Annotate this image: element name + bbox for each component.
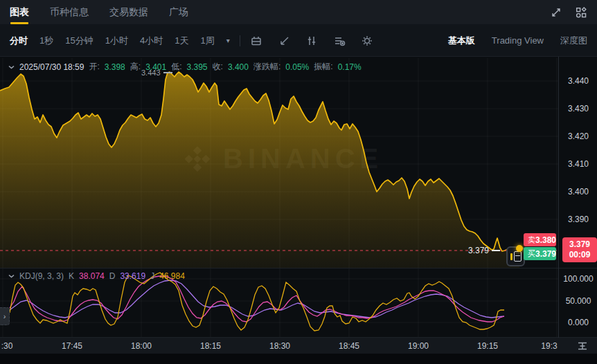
kdj-k-value: 38.074 bbox=[79, 271, 105, 281]
tab-trading-data-label: 交易数据 bbox=[109, 6, 148, 19]
chart-style-icon[interactable] bbox=[250, 35, 262, 47]
ohlc-datetime: 2025/07/30 18:59 bbox=[19, 62, 84, 72]
toolbar-icons bbox=[250, 35, 373, 47]
binance-watermark: BINANCE bbox=[181, 143, 383, 174]
indicators-icon[interactable] bbox=[305, 35, 318, 47]
open-value: 3.398 bbox=[105, 62, 125, 72]
axis-badge-price: 3.379 bbox=[569, 239, 590, 250]
buy-label: 买 bbox=[528, 248, 535, 259]
settings-gear-icon[interactable] bbox=[361, 35, 373, 47]
buy-quote-badge[interactable]: 买 3.379 bbox=[524, 247, 556, 260]
time-tick: 19:15 bbox=[477, 341, 498, 351]
last-trade-dot bbox=[516, 245, 523, 252]
time-tick: 18:30 bbox=[269, 341, 290, 351]
interval-dropdown-caret[interactable]: ▾ bbox=[226, 37, 230, 44]
order-icon-doc bbox=[514, 251, 522, 262]
kdj-d-label: D bbox=[109, 271, 116, 281]
open-label: 开: bbox=[89, 61, 99, 73]
trading-chart-app: 图表 币种信息 交易数据 广场 分时 1秒 15分钟 1小时 4小时 1天 1周… bbox=[0, 0, 597, 364]
amplitude-value: 0.17% bbox=[338, 62, 362, 72]
last-price-line-value: 3.379 bbox=[468, 246, 489, 255]
chart-toolbar: 分时 1秒 15分钟 1小时 4小时 1天 1周 ▾ 基本版 bbox=[0, 25, 597, 57]
price-axis[interactable]: 3.4403.4303.4203.4103.4003.390100.00050.… bbox=[558, 57, 597, 354]
price-line bbox=[0, 72, 519, 251]
watermark-text: BINANCE bbox=[223, 143, 383, 174]
tab-square-label: 广场 bbox=[169, 6, 188, 19]
bottom-strip bbox=[0, 354, 597, 364]
tab-chart[interactable]: 图表 bbox=[10, 0, 29, 24]
ohlc-readout: 2025/07/30 18:59 开: 3.398 高: 3.401 低: 3.… bbox=[8, 61, 362, 73]
change-label: 涨跌幅: bbox=[253, 61, 280, 73]
axis-tick: 3.440 bbox=[559, 76, 597, 86]
tab-chart-label: 图表 bbox=[10, 6, 29, 19]
sell-price: 3.380 bbox=[535, 235, 556, 245]
interval-1w[interactable]: 1周 bbox=[200, 35, 214, 47]
kdj-readout: KDJ(9, 3, 3) K 38.074 D 33.619 J 46.984 bbox=[8, 271, 185, 281]
change-value: 0.05% bbox=[285, 62, 309, 72]
high-value: 3.401 bbox=[145, 62, 166, 72]
close-value: 3.400 bbox=[228, 62, 249, 72]
view-tradingview[interactable]: Trading View bbox=[492, 35, 544, 46]
top-nav: 图表 币种信息 交易数据 广场 bbox=[0, 0, 597, 25]
interval-4h[interactable]: 4小时 bbox=[140, 35, 163, 47]
axis-tick: 3.420 bbox=[559, 131, 597, 141]
time-tick: 17:45 bbox=[62, 341, 82, 351]
tab-trading-data[interactable]: 交易数据 bbox=[109, 0, 148, 24]
time-tick-labels: :3017:4518:0018:1518:3018:4519:0019:1519… bbox=[0, 338, 558, 354]
time-axis[interactable]: :3017:4518:0018:1518:3018:4519:0019:1519… bbox=[0, 338, 597, 354]
kdj-title[interactable]: KDJ(9, 3, 3) bbox=[19, 271, 64, 281]
kdj-j-value: 46.984 bbox=[159, 271, 185, 281]
high-label: 高: bbox=[130, 61, 141, 73]
pane-separator[interactable] bbox=[0, 268, 597, 269]
binance-logo-icon bbox=[181, 143, 213, 174]
tab-coin-info-label: 币种信息 bbox=[50, 6, 89, 19]
scale-settings-icon[interactable] bbox=[576, 340, 589, 355]
collapse-chevron-icon[interactable] bbox=[8, 65, 15, 69]
axis-tick: 50.000 bbox=[559, 296, 597, 306]
interval-time[interactable]: 分时 bbox=[10, 35, 28, 47]
time-tick: :30 bbox=[1, 341, 13, 351]
axis-tick: 0.000 bbox=[559, 318, 597, 327]
gridlines bbox=[0, 58, 558, 337]
kdj-j-line bbox=[10, 273, 504, 331]
kdj-k-line bbox=[10, 276, 504, 322]
toolbar-divider bbox=[240, 35, 240, 46]
axis-tick: 3.430 bbox=[559, 104, 597, 113]
amplitude-label: 振幅: bbox=[314, 61, 332, 73]
axis-tick: 3.410 bbox=[559, 159, 597, 169]
buy-price: 3.379 bbox=[535, 249, 556, 259]
kdj-d-line bbox=[10, 280, 504, 318]
draw-trendline-icon[interactable] bbox=[278, 35, 290, 47]
interval-1s[interactable]: 1秒 bbox=[39, 35, 53, 47]
kdj-collapse-chevron-icon[interactable] bbox=[8, 274, 15, 278]
time-tick: 18:15 bbox=[200, 341, 221, 351]
kdj-j-label: J bbox=[150, 271, 154, 281]
interval-1h[interactable]: 1小时 bbox=[105, 35, 128, 47]
last-price-line-label: 3.379 bbox=[468, 246, 500, 255]
axis-tick: 3.400 bbox=[559, 187, 597, 197]
tab-square[interactable]: 广场 bbox=[169, 0, 188, 24]
low-label: 低: bbox=[171, 61, 181, 73]
sell-quote-badge[interactable]: 卖 3.380 bbox=[524, 233, 556, 246]
price-area-fill bbox=[0, 72, 519, 269]
low-value: 3.395 bbox=[187, 62, 208, 72]
sell-label: 卖 bbox=[528, 235, 535, 245]
order-icon-bar bbox=[510, 253, 513, 260]
interval-15m[interactable]: 15分钟 bbox=[65, 35, 93, 47]
view-basic[interactable]: 基本版 bbox=[448, 35, 475, 47]
kdj-expand-handle[interactable]: › bbox=[0, 307, 10, 325]
last-price-axis-badge: 3.379 00:09 bbox=[562, 237, 597, 262]
axis-tick: 3.390 bbox=[559, 215, 597, 224]
tab-coin-info[interactable]: 币种信息 bbox=[50, 0, 89, 24]
kdj-d-value: 33.619 bbox=[120, 271, 145, 281]
kdj-k-label: K bbox=[69, 271, 74, 281]
close-label: 收: bbox=[213, 61, 223, 73]
time-tick: 18:45 bbox=[339, 341, 359, 351]
time-tick: 19:00 bbox=[408, 341, 429, 351]
axis-badge-countdown: 00:09 bbox=[569, 250, 591, 260]
indicator-list-icon[interactable] bbox=[333, 35, 346, 47]
time-tick: 19:3 bbox=[541, 341, 557, 351]
axis-tick: 100.000 bbox=[559, 274, 597, 284]
interval-1d[interactable]: 1天 bbox=[175, 35, 188, 47]
kdj-expand-glyph: › bbox=[3, 312, 6, 320]
